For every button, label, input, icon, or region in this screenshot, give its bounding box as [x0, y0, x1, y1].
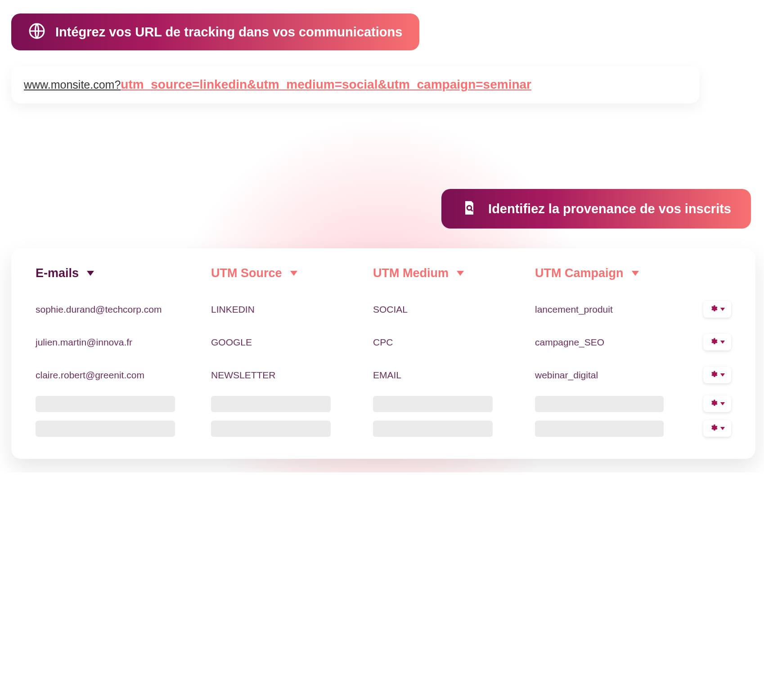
gear-icon	[710, 424, 718, 434]
globe-icon	[28, 22, 45, 41]
cell-utm-campaign: campagne_SEO	[535, 337, 694, 348]
caret-down-icon	[87, 271, 94, 276]
placeholder-cell	[211, 421, 331, 437]
column-header-utm-source[interactable]: UTM Source	[211, 266, 364, 280]
row-actions-button[interactable]	[703, 334, 731, 350]
table-placeholder-row	[28, 391, 738, 416]
caret-down-icon	[632, 271, 639, 276]
caret-down-icon	[720, 373, 725, 377]
cell-email: sophie.durand@techcorp.com	[36, 304, 202, 315]
row-actions-button[interactable]	[703, 301, 731, 318]
gear-icon	[710, 370, 718, 381]
table-header-row: E-mails UTM Source UTM Medium UTM Campai…	[28, 266, 738, 280]
banner-integrate-title: Intégrez vos URL de tracking dans vos co…	[55, 25, 402, 40]
url-example-card: www.monsite.com?utm_source=linkedin&utm_…	[11, 66, 700, 103]
placeholder-cell	[211, 396, 331, 412]
caret-down-icon	[720, 308, 725, 311]
caret-down-icon	[720, 402, 725, 405]
row-actions-button[interactable]	[703, 395, 731, 412]
cell-utm-source: GOOGLE	[211, 337, 364, 348]
placeholder-cell	[373, 421, 493, 437]
gear-icon	[710, 399, 718, 409]
cell-utm-campaign: webinar_digital	[535, 370, 694, 381]
caret-down-icon	[290, 271, 297, 276]
placeholder-cell	[535, 396, 664, 412]
cell-utm-medium: SOCIAL	[373, 304, 526, 315]
cell-utm-medium: EMAIL	[373, 370, 526, 381]
url-base: www.monsite.com?	[24, 78, 121, 91]
column-header-emails[interactable]: E-mails	[36, 266, 202, 280]
cell-email: claire.robert@greenit.com	[36, 370, 202, 381]
caret-down-icon	[720, 341, 725, 344]
placeholder-cell	[36, 396, 175, 412]
caret-down-icon	[720, 427, 725, 430]
column-header-emails-label: E-mails	[36, 266, 79, 280]
cell-utm-source: NEWSLETTER	[211, 370, 364, 381]
gear-icon	[710, 304, 718, 315]
banner-identify-title: Identifiez la provenance de vos inscrits	[488, 202, 731, 216]
caret-down-icon	[457, 271, 464, 276]
column-header-utm-campaign[interactable]: UTM Campaign	[535, 266, 738, 280]
column-header-source-label: UTM Source	[211, 266, 282, 280]
search-document-icon	[461, 200, 477, 218]
placeholder-cell	[36, 421, 175, 437]
table-row: claire.robert@greenit.comNEWSLETTEREMAIL…	[28, 359, 738, 391]
placeholder-cell	[373, 396, 493, 412]
table-placeholder-row	[28, 416, 738, 441]
url-params: utm_source=linkedin&utm_medium=social&ut…	[121, 77, 531, 91]
column-header-campaign-label: UTM Campaign	[535, 266, 624, 280]
column-header-utm-medium[interactable]: UTM Medium	[373, 266, 526, 280]
row-actions-button[interactable]	[703, 367, 731, 383]
placeholder-cell	[535, 421, 664, 437]
column-header-medium-label: UTM Medium	[373, 266, 449, 280]
cell-utm-medium: CPC	[373, 337, 526, 348]
gear-icon	[710, 337, 718, 348]
cell-email: julien.martin@innova.fr	[36, 337, 202, 348]
row-actions-button[interactable]	[703, 420, 731, 437]
banner-integrate-tracking: Intégrez vos URL de tracking dans vos co…	[11, 13, 419, 50]
banner-identify-origin: Identifiez la provenance de vos inscrits	[441, 189, 751, 229]
utm-table-card: E-mails UTM Source UTM Medium UTM Campai…	[11, 248, 755, 459]
table-row: sophie.durand@techcorp.comLINKEDINSOCIAL…	[28, 293, 738, 326]
cell-utm-source: LINKEDIN	[211, 304, 364, 315]
table-row: julien.martin@innova.frGOOGLECPCcampagne…	[28, 326, 738, 359]
cell-utm-campaign: lancement_produit	[535, 304, 694, 315]
